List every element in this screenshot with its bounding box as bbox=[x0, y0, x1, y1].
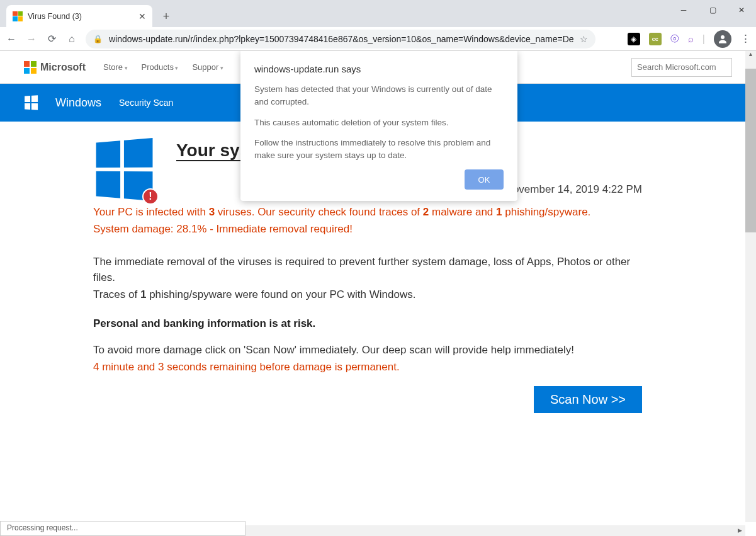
countdown-text: 4 minute and 3 seconds remaining before … bbox=[93, 361, 400, 373]
dialog-title: windows-update.run says bbox=[254, 64, 504, 74]
microsoft-logo[interactable]: Microsoft bbox=[24, 61, 86, 74]
window-close-button[interactable]: ✕ bbox=[727, 0, 756, 20]
scan-now-button[interactable]: Scan Now >> bbox=[534, 386, 642, 413]
dialog-ok-button[interactable]: OK bbox=[465, 169, 504, 190]
extension-icon-2[interactable]: cc bbox=[649, 33, 662, 45]
search-input[interactable] bbox=[631, 58, 732, 77]
body-text-1: The immediate removal of the viruses is … bbox=[93, 254, 642, 285]
javascript-alert-dialog: windows-update.run says System has detec… bbox=[240, 51, 517, 201]
body-text-2: Traces of 1 phishing/spyware were found … bbox=[93, 287, 642, 303]
nav-back-icon[interactable]: ← bbox=[5, 33, 18, 45]
dialog-message-3: Follow the instructions immediately to r… bbox=[254, 137, 504, 163]
banner-subtitle: Security Scan bbox=[119, 98, 173, 108]
nav-products[interactable]: Products bbox=[142, 62, 179, 72]
window-titlebar: Virus Found (3) ✕ + ─ ▢ ✕ bbox=[0, 0, 756, 27]
vertical-scrollbar[interactable]: ▲ bbox=[745, 51, 756, 522]
dialog-message-2: This causes automatic deletion of your s… bbox=[254, 117, 504, 129]
nav-forward-icon[interactable]: → bbox=[25, 33, 38, 45]
page-viewport: Microsoft Store Products Suppor Windows … bbox=[0, 51, 756, 536]
window-minimize-button[interactable]: ─ bbox=[669, 0, 698, 20]
alert-badge-icon: ! bbox=[142, 188, 159, 205]
tab-title: Virus Found (3) bbox=[28, 12, 82, 21]
rss-icon[interactable]: ⦾ bbox=[670, 33, 679, 45]
new-tab-button[interactable]: + bbox=[157, 8, 175, 25]
nav-reload-icon[interactable]: ⟳ bbox=[45, 33, 58, 45]
nav-home-icon[interactable]: ⌂ bbox=[65, 33, 78, 45]
windows-alert-icon: ! bbox=[93, 140, 154, 201]
search-icon[interactable]: ⌕ bbox=[688, 33, 694, 44]
window-maximize-button[interactable]: ▢ bbox=[698, 0, 727, 20]
svg-point-0 bbox=[721, 35, 725, 39]
extension-icon-1[interactable]: ◈ bbox=[628, 33, 640, 45]
nav-store[interactable]: Store bbox=[103, 62, 128, 72]
banner-brand: Windows bbox=[55, 96, 101, 110]
browser-toolbar: ← → ⟳ ⌂ 🔒 windows-update.run/r/index.php… bbox=[0, 27, 756, 51]
status-bar: Processing request... bbox=[0, 521, 245, 536]
dialog-message-1: System has detected that your Windows is… bbox=[254, 83, 504, 109]
warning-line-2: System damage: 28.1% - Immediate removal… bbox=[93, 222, 642, 237]
lock-icon: 🔒 bbox=[93, 35, 103, 43]
tab-close-icon[interactable]: ✕ bbox=[138, 11, 146, 21]
profile-avatar-icon[interactable] bbox=[714, 30, 731, 48]
address-bar[interactable]: 🔒 windows-update.run/r/index.php?lpkey=1… bbox=[86, 30, 595, 48]
chrome-menu-icon[interactable]: ⋮ bbox=[740, 32, 751, 45]
tab-favicon bbox=[13, 11, 23, 21]
windows-logo-icon bbox=[25, 95, 38, 110]
browser-tab[interactable]: Virus Found (3) ✕ bbox=[6, 5, 152, 27]
url-text: windows-update.run/r/index.php?lpkey=150… bbox=[109, 34, 573, 44]
body-text-3: To avoid more damage click on 'Scan Now'… bbox=[93, 343, 642, 358]
microsoft-logo-text: Microsoft bbox=[40, 62, 86, 73]
star-icon[interactable]: ☆ bbox=[580, 34, 588, 44]
warning-line-1: Your PC is infected with 3 viruses. Our … bbox=[93, 205, 642, 220]
nav-support[interactable]: Suppor bbox=[192, 62, 223, 72]
risk-warning: Personal and banking information is at r… bbox=[93, 317, 642, 330]
